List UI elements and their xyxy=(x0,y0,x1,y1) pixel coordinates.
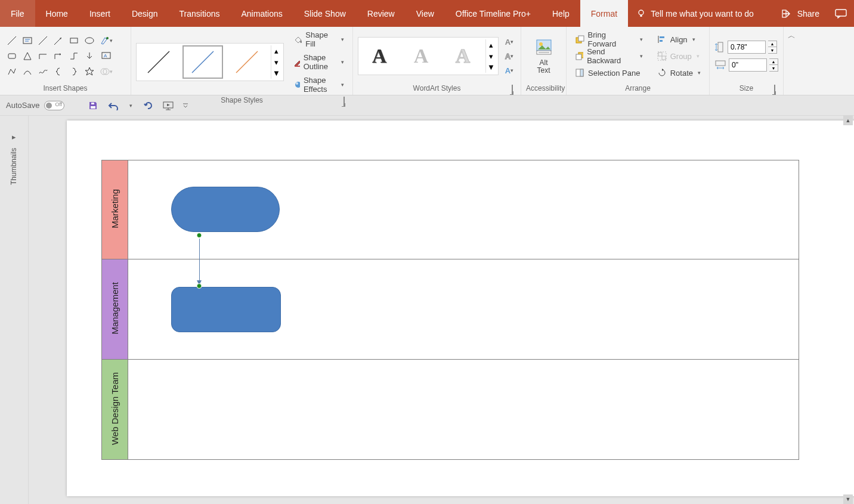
wordart-expand-icon[interactable]: ▼ xyxy=(486,61,496,73)
swimlane-body-webdesign[interactable] xyxy=(128,360,799,460)
tab-file[interactable]: File xyxy=(0,0,35,27)
shape-textbox-icon[interactable] xyxy=(20,33,35,48)
shape-oval-icon[interactable] xyxy=(82,33,97,48)
text-outline-dropdown[interactable]: A▾ xyxy=(503,50,515,62)
connector-handle-start[interactable] xyxy=(197,233,202,238)
swimlane-body-management[interactable] xyxy=(128,259,799,360)
wordart-scroll-up-icon[interactable]: ▴ xyxy=(486,39,496,51)
tab-design[interactable]: Design xyxy=(121,0,169,27)
ribbon-collapse-button[interactable]: ︿ xyxy=(784,27,799,95)
shape-connector-icon[interactable] xyxy=(67,49,81,63)
shape-gallery[interactable] xyxy=(5,33,97,79)
shape-outline-dropdown[interactable]: Shape Outline▾ xyxy=(290,52,348,72)
text-effects-dropdown[interactable]: A▾ xyxy=(503,64,515,76)
gallery-scroll-down-icon[interactable]: ▾ xyxy=(271,57,281,68)
shape-arrow-down-icon[interactable] xyxy=(82,49,97,63)
shape-style-gallery-more[interactable]: ▴ ▾ ▼ xyxy=(271,45,281,79)
vertical-scrollbar[interactable]: ▲ ▼ xyxy=(843,116,853,504)
shape-style-thumb-2[interactable] xyxy=(182,45,223,79)
height-spinner[interactable]: ▲▼ xyxy=(768,41,777,54)
wordart-gallery-more[interactable]: ▴ ▾ ▼ xyxy=(485,39,496,73)
shape-elbow-icon[interactable] xyxy=(36,49,50,63)
comments-button[interactable] xyxy=(828,0,854,27)
undo-button[interactable] xyxy=(106,98,120,113)
thumbnails-expand-icon[interactable]: ▸ xyxy=(12,132,16,141)
shape-roundrect-icon[interactable] xyxy=(5,49,19,63)
shape-line-icon[interactable] xyxy=(5,33,19,48)
width-spin-up[interactable]: ▲ xyxy=(769,59,778,65)
undo-history-dropdown[interactable]: ▾ xyxy=(126,98,135,113)
shape-star-icon[interactable] xyxy=(82,64,97,79)
tab-insert[interactable]: Insert xyxy=(79,0,121,27)
shape-arrow-line-icon[interactable] xyxy=(51,33,66,48)
scroll-track[interactable] xyxy=(843,125,853,494)
save-button[interactable] xyxy=(86,98,100,113)
shape-height-input[interactable] xyxy=(728,41,766,54)
selection-pane-button[interactable]: Selection Pane xyxy=(571,65,646,81)
shape-style-gallery[interactable]: ▴ ▾ ▼ xyxy=(136,43,284,81)
swimlane-table[interactable]: Marketing Management Web Design Team xyxy=(101,160,799,460)
shape-brace-right-icon[interactable] xyxy=(67,64,81,79)
shape-triangle-icon[interactable] xyxy=(20,49,35,63)
wordart-styles-launcher[interactable] xyxy=(509,85,516,92)
rotate-dropdown[interactable]: Rotate▾ xyxy=(654,65,704,81)
wordart-thumb-3[interactable]: A xyxy=(444,39,482,73)
send-backward-dropdown[interactable]: Send Backward▾ xyxy=(571,48,646,64)
swimlane-header-management[interactable]: Management xyxy=(102,259,128,360)
tell-me-search[interactable]: Tell me what you want to do xyxy=(628,0,762,27)
swimlane-row-marketing[interactable]: Marketing xyxy=(102,160,799,259)
shape-style-thumb-1[interactable] xyxy=(138,45,179,79)
wordart-scroll-down-icon[interactable]: ▾ xyxy=(486,51,496,62)
rounded-rect-shape-1[interactable] xyxy=(171,187,280,232)
slide-canvas-area[interactable]: Marketing Management Web Design Team xyxy=(29,116,854,504)
swimlane-row-management[interactable]: Management xyxy=(102,259,799,360)
height-spin-down[interactable]: ▼ xyxy=(768,47,776,53)
shape-line2-icon[interactable] xyxy=(36,33,50,48)
tab-animations[interactable]: Animations xyxy=(230,0,293,27)
shape-brace-left-icon[interactable] xyxy=(51,64,66,79)
connector-handle-end[interactable] xyxy=(197,283,202,289)
swimlane-header-marketing[interactable]: Marketing xyxy=(102,160,128,259)
wordart-gallery[interactable]: A A A ▴ ▾ ▼ xyxy=(358,37,499,75)
merge-shapes-dropdown[interactable]: ▾ xyxy=(99,64,113,79)
shape-rect-icon[interactable] xyxy=(67,33,81,48)
tab-slideshow[interactable]: Slide Show xyxy=(293,0,357,27)
shape-elbow-arrow-icon[interactable] xyxy=(51,49,66,63)
bring-forward-dropdown[interactable]: Bring Forward▾ xyxy=(571,32,646,47)
scroll-down-button[interactable]: ▼ xyxy=(843,494,853,504)
edit-shape-dropdown[interactable]: ▾ xyxy=(99,33,113,48)
shape-styles-launcher[interactable] xyxy=(341,97,348,104)
tab-home[interactable]: Home xyxy=(35,0,79,27)
tab-transitions[interactable]: Transitions xyxy=(169,0,231,27)
shape-style-thumb-3[interactable] xyxy=(227,45,267,79)
swimlane-body-marketing[interactable] xyxy=(128,160,799,259)
share-button[interactable]: Share xyxy=(773,0,828,27)
shape-freeform-icon[interactable] xyxy=(5,64,19,79)
shape-scribble-icon[interactable] xyxy=(36,64,50,79)
thumbnails-pane[interactable]: ▸ Thumbnails xyxy=(0,116,29,504)
tab-format[interactable]: Format xyxy=(580,0,628,27)
align-dropdown[interactable]: Align▾ xyxy=(654,32,704,47)
shape-fill-dropdown[interactable]: Shape Fill▾ xyxy=(290,29,348,50)
group-objects-dropdown[interactable]: Group▾ xyxy=(654,48,704,64)
tab-help[interactable]: Help xyxy=(542,0,580,27)
width-spinner[interactable]: ▲▼ xyxy=(769,58,778,72)
slide[interactable]: Marketing Management Web Design Team xyxy=(67,120,854,496)
wordart-thumb-2[interactable]: A xyxy=(402,39,440,73)
size-launcher[interactable] xyxy=(771,85,778,92)
draw-textbox-button[interactable]: A xyxy=(99,49,113,63)
autosave-toggle[interactable]: AutoSave Off xyxy=(6,101,64,110)
tab-view[interactable]: View xyxy=(406,0,445,27)
height-spin-up[interactable]: ▲ xyxy=(768,41,776,47)
width-spin-down[interactable]: ▼ xyxy=(769,65,778,71)
swimlane-header-webdesign[interactable]: Web Design Team xyxy=(102,360,128,460)
connector-selected[interactable] xyxy=(199,233,200,289)
alt-text-button[interactable]: Alt Text xyxy=(527,38,561,75)
gallery-expand-icon[interactable]: ▼ xyxy=(271,67,281,79)
text-fill-dropdown[interactable]: A▾ xyxy=(503,36,515,48)
tab-review[interactable]: Review xyxy=(357,0,406,27)
shape-curve-icon[interactable] xyxy=(20,64,35,79)
swimlane-row-webdesign[interactable]: Web Design Team xyxy=(102,360,799,460)
shape-width-input[interactable] xyxy=(729,58,767,72)
autosave-switch[interactable]: Off xyxy=(44,101,64,110)
